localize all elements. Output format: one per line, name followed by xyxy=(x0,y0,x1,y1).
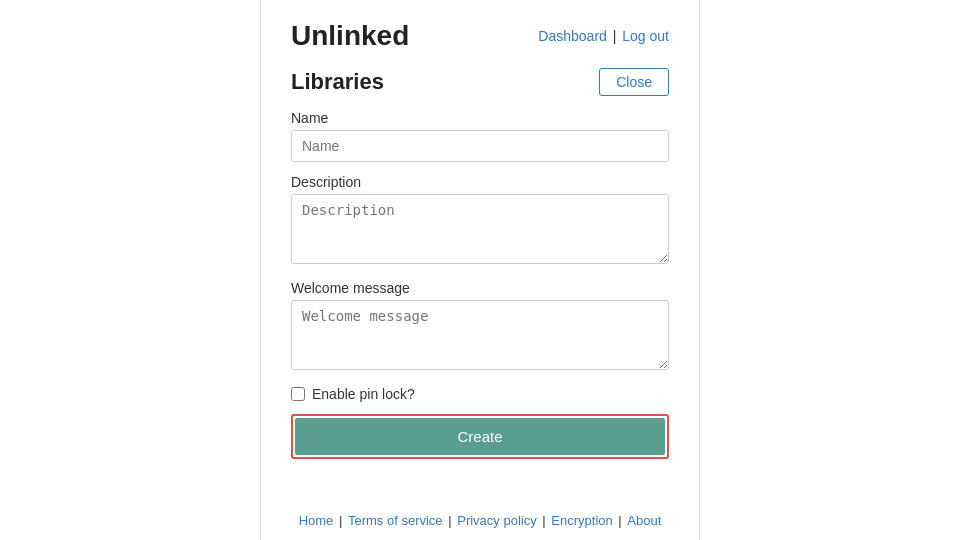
welcome-input[interactable] xyxy=(291,300,669,370)
create-btn-wrapper: Create xyxy=(291,414,669,459)
description-group: Description xyxy=(291,174,669,268)
close-button[interactable]: Close xyxy=(599,68,669,96)
create-button[interactable]: Create xyxy=(295,418,665,455)
pin-lock-checkbox[interactable] xyxy=(291,387,305,401)
section-header: Libraries Close xyxy=(291,68,669,96)
name-group: Name xyxy=(291,110,669,162)
app-title: Unlinked xyxy=(291,20,409,52)
header-links: Dashboard | Log out xyxy=(538,28,669,44)
footer: Home | Terms of service | Privacy policy… xyxy=(261,513,699,528)
pin-lock-label[interactable]: Enable pin lock? xyxy=(312,386,415,402)
welcome-label: Welcome message xyxy=(291,280,669,296)
pin-lock-group: Enable pin lock? xyxy=(291,386,669,402)
footer-sep-1: | xyxy=(339,513,346,528)
footer-sep-3: | xyxy=(542,513,549,528)
footer-encryption-link[interactable]: Encryption xyxy=(551,513,612,528)
logout-link[interactable]: Log out xyxy=(622,28,669,44)
footer-sep-4: | xyxy=(618,513,625,528)
footer-about-link[interactable]: About xyxy=(627,513,661,528)
name-label: Name xyxy=(291,110,669,126)
dashboard-link[interactable]: Dashboard xyxy=(538,28,607,44)
footer-privacy-link[interactable]: Privacy policy xyxy=(457,513,536,528)
welcome-group: Welcome message xyxy=(291,280,669,374)
description-label: Description xyxy=(291,174,669,190)
name-input[interactable] xyxy=(291,130,669,162)
content-panel: Unlinked Dashboard | Log out Libraries C… xyxy=(260,0,700,540)
header-row: Unlinked Dashboard | Log out xyxy=(291,20,669,52)
header-separator: | xyxy=(613,28,617,44)
footer-terms-link[interactable]: Terms of service xyxy=(348,513,443,528)
page-container: Unlinked Dashboard | Log out Libraries C… xyxy=(0,0,960,540)
footer-home-link[interactable]: Home xyxy=(299,513,334,528)
description-input[interactable] xyxy=(291,194,669,264)
section-title: Libraries xyxy=(291,69,384,95)
footer-sep-2: | xyxy=(448,513,455,528)
